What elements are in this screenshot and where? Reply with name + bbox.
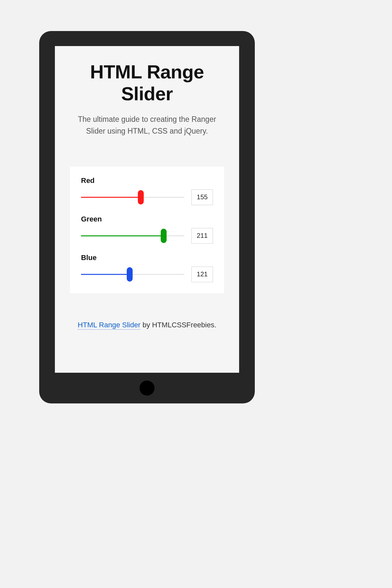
device-screen: HTML Range Slider The ultimate guide to … [55, 46, 239, 373]
slider-track-fill-blue [81, 274, 130, 275]
page-content: HTML Range Slider The ultimate guide to … [55, 46, 239, 329]
slider-value-green[interactable]: 211 [191, 228, 213, 244]
page-subtitle: The ultimate guide to creating the Range… [65, 114, 229, 137]
slider-row-red: 155 [81, 189, 213, 205]
slider-group-green: Green 211 [81, 215, 213, 244]
slider-group-blue: Blue 121 [81, 253, 213, 282]
slider-label-green: Green [81, 215, 213, 223]
page-title: HTML Range Slider [65, 61, 229, 105]
slider-label-red: Red [81, 176, 213, 185]
credit-suffix: by HTMLCSSFreebies. [140, 321, 216, 329]
credit-line: HTML Range Slider by HTMLCSSFreebies. [65, 321, 229, 329]
slider-group-red: Red 155 [81, 176, 213, 205]
credit-link[interactable]: HTML Range Slider [78, 321, 140, 330]
slider-card: Red 155 Green [70, 167, 224, 293]
slider-thumb-red[interactable] [138, 190, 144, 204]
stage: HTML Range Slider The ultimate guide to … [0, 0, 392, 588]
home-button-icon[interactable] [139, 381, 155, 396]
slider-track-fill-red [81, 197, 141, 198]
slider-label-blue: Blue [81, 253, 213, 262]
slider-track-fill-green [81, 235, 164, 236]
slider-track-red[interactable] [81, 190, 184, 204]
slider-value-blue[interactable]: 121 [191, 267, 213, 282]
slider-track-blue[interactable] [81, 267, 184, 282]
slider-thumb-blue[interactable] [127, 267, 133, 282]
slider-value-red[interactable]: 155 [191, 189, 213, 205]
slider-thumb-green[interactable] [161, 229, 167, 243]
device-frame: HTML Range Slider The ultimate guide to … [39, 31, 255, 403]
slider-track-green[interactable] [81, 229, 184, 243]
slider-row-blue: 121 [81, 267, 213, 282]
slider-row-green: 211 [81, 228, 213, 244]
